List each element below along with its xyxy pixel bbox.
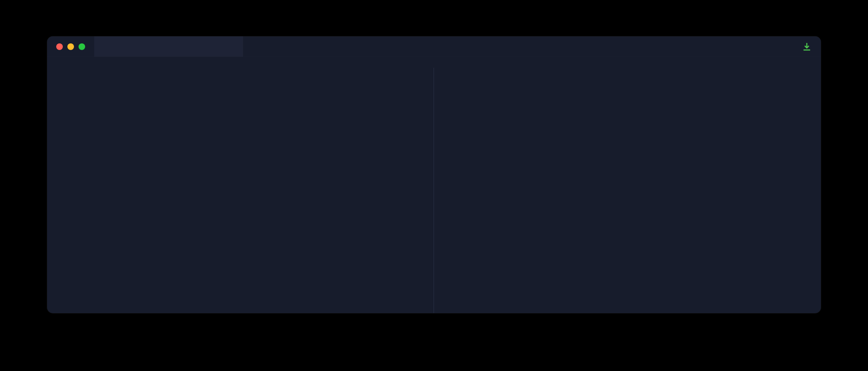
- title-bar-spacer: [261, 36, 802, 57]
- code-pane[interactable]: [47, 68, 434, 313]
- output-pane: [434, 68, 821, 313]
- maximize-button[interactable]: [79, 43, 85, 50]
- close 닫기-button[interactable]: [56, 43, 63, 50]
- download-icon: [802, 42, 812, 52]
- traffic-lights: [47, 36, 94, 57]
- editor-window: [47, 36, 821, 313]
- line-gutter-right: [434, 68, 470, 313]
- new-tab-button[interactable]: [243, 36, 261, 57]
- minimize-button[interactable]: [67, 43, 74, 50]
- line-gutter-left: [47, 68, 72, 313]
- download-button[interactable]: [802, 36, 821, 57]
- title-bar: [47, 36, 821, 57]
- editor-body: [47, 57, 821, 313]
- code-content-right: [470, 68, 821, 313]
- code-content-left[interactable]: [72, 68, 434, 313]
- active-tab[interactable]: [94, 36, 243, 57]
